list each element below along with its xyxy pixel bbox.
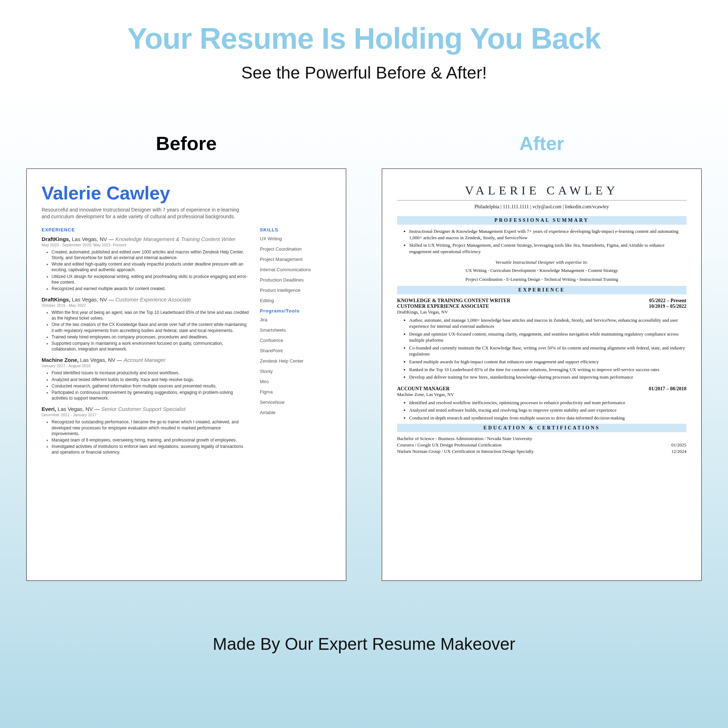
job-bullets: Created, automated, published and edited…	[41, 249, 249, 292]
job-dates: October 2019 - May 2022	[41, 303, 249, 307]
skill-item: Editing	[260, 298, 331, 303]
headline: Your Resume Is Holding You Back	[0, 21, 728, 56]
keywords-line: Project Coordination - E-Learning Design…	[397, 276, 687, 283]
job-header: Everi, Las Vegas, NV — Senior Customer S…	[41, 406, 249, 412]
skills-heading: SKILLS	[260, 227, 331, 232]
comparison-row: Before Valerie Cawley Resourceful and in…	[0, 132, 728, 581]
job-bullets: Within the first year of being an agent,…	[41, 310, 249, 352]
program-item: ServiceNow	[260, 399, 331, 405]
program-item: Stonly	[260, 369, 331, 374]
program-item: Jira	[260, 317, 331, 323]
job-title-row: ACCOUNT MANAGER01/2017 – 08/2018	[397, 386, 687, 392]
education-bar: EDUCATION & CERTIFICATIONS	[397, 424, 687, 432]
job-bullets: Fixed identified issues to increase prod…	[41, 370, 249, 401]
skill-item: Production Deadlines	[260, 277, 331, 283]
divider	[397, 200, 687, 200]
after-label: After	[382, 132, 702, 154]
program-item: Figma	[260, 389, 331, 395]
programs-heading: Programs/Tools	[260, 308, 331, 314]
program-item: Miro	[260, 379, 331, 384]
keywords-line: UX Writing - Curriculum Development - Kn…	[397, 267, 687, 274]
after-name: VALERIE CAWLEY	[397, 184, 687, 197]
skill-item: Internal Communications	[260, 267, 331, 272]
summary-bar: PROFESSIONAL SUMMARY	[397, 216, 687, 225]
tagline: Versatile Instructional Designer with ex…	[397, 260, 687, 265]
job-sub: DraftKings, Las Vegas, NV	[397, 309, 687, 315]
before-name: Valerie Cawley	[41, 182, 331, 204]
job-header: DraftKings, Las Vegas, NV — Customer Exp…	[41, 297, 249, 303]
subheadline: See the Powerful Before & After!	[0, 63, 728, 83]
before-label: Before	[26, 132, 346, 154]
summary-bullets: Instructional Designer & Knowledge Manag…	[397, 228, 687, 254]
job-sub: Machine Zone, Las Vegas, NV	[397, 392, 687, 398]
before-resume-page: Valerie Cawley Resourceful and innovativ…	[26, 168, 346, 581]
before-column: Before Valerie Cawley Resourceful and in…	[26, 132, 346, 581]
experience-heading: EXPERIENCE	[41, 227, 249, 232]
after-column: After VALERIE CAWLEY Philadelphia | 111.…	[382, 132, 702, 581]
job-header: Machine Zone, Las Vegas, NV — Account Ma…	[41, 357, 249, 363]
before-summary: Resourceful and innovative Instructional…	[41, 206, 244, 220]
program-item: Zendesk Help Center	[260, 358, 331, 364]
edu-row: Bachelor of Science - Business Administr…	[397, 436, 687, 442]
job-title-row: CUSTOMER EXPERIENCE ASSOCIATE10/2019 – 0…	[397, 304, 687, 309]
skill-item: UX Writing	[260, 236, 331, 242]
skill-item: Product Intelligence	[260, 288, 331, 293]
job-dates: January 2017 - August 2018	[41, 364, 249, 368]
job-bullets: Recognized for outstanding performance, …	[41, 419, 249, 455]
job-bullets: Identified and resolved workflow ineffic…	[397, 399, 687, 421]
edu-row: Nielsen Norman Group / UX Certification …	[397, 449, 687, 454]
job-dates: December 2011 - January 2017	[41, 413, 249, 417]
experience-bar: EXPERIENCE	[397, 286, 687, 294]
program-item: SharePoint	[260, 348, 331, 353]
program-item: Confluence	[260, 338, 331, 343]
skill-item: Project Coordination	[260, 246, 331, 252]
job-dates: May 2020 - September 2020; May 2022- Pre…	[41, 243, 249, 247]
job-header: DraftKings, Las Vegas, NV — Knowledge Ma…	[41, 236, 249, 242]
job-title-row: KNOWLEDGE & TRAINING CONTENT WRITER05/20…	[397, 298, 687, 304]
program-item: Airtable	[260, 410, 331, 415]
skill-item: Project Management	[260, 257, 331, 262]
after-resume-page: VALERIE CAWLEY Philadelphia | 111.111.11…	[382, 168, 702, 581]
program-item: Smartsheets	[260, 327, 331, 333]
job-bullets: Author, automate, and manage 1,000+ know…	[397, 317, 687, 380]
edu-row: Coursera / Google UX Design Professional…	[397, 442, 687, 448]
contact-line: Philadelphia | 111.111.1111 | vcly@aol.c…	[397, 204, 687, 210]
footer-text: Made By Our Expert Resume Makeover	[0, 634, 728, 654]
